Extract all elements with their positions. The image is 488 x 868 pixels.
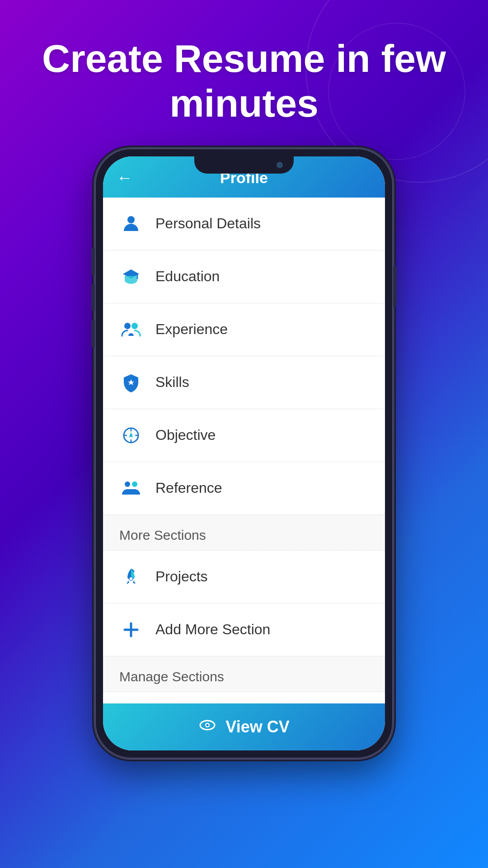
menu-item-rearrange-edit[interactable]: Rearrange / Edit Headings xyxy=(103,692,385,703)
eye-icon xyxy=(198,716,216,738)
phone-notch xyxy=(194,156,294,174)
menu-item-skills[interactable]: Skills xyxy=(103,356,385,409)
experience-label: Experience xyxy=(155,321,228,338)
menu-item-objective[interactable]: Objective xyxy=(103,409,385,462)
camera xyxy=(277,162,283,168)
silent-button xyxy=(91,320,95,347)
objective-label: Objective xyxy=(155,427,216,443)
skills-label: Skills xyxy=(155,374,189,391)
svg-point-11 xyxy=(132,481,137,487)
manage-sections-header: Manage Sections xyxy=(103,656,385,692)
menu-item-projects[interactable]: Projects xyxy=(103,551,385,604)
menu-list: Personal Details Education xyxy=(103,198,385,703)
hero-section: Create Resume in few minutes xyxy=(0,36,488,126)
education-icon xyxy=(119,265,143,288)
more-sections-header: More Sections xyxy=(103,515,385,551)
plus-icon xyxy=(119,618,143,642)
experience-icon xyxy=(119,318,143,341)
menu-item-reference[interactable]: Reference xyxy=(103,462,385,515)
rocket-icon xyxy=(119,565,143,589)
menu-item-personal-details[interactable]: Personal Details xyxy=(103,198,385,250)
svg-point-2 xyxy=(131,323,138,329)
person-icon xyxy=(119,212,143,236)
hero-title: Create Resume in few minutes xyxy=(0,36,488,126)
phone-screen: ← Profile Personal Details xyxy=(103,156,385,750)
svg-point-12 xyxy=(129,577,133,580)
menu-item-experience[interactable]: Experience xyxy=(103,303,385,356)
svg-point-0 xyxy=(127,216,135,223)
education-label: Education xyxy=(155,268,220,285)
view-cv-bar[interactable]: View CV xyxy=(103,703,385,750)
menu-item-education[interactable]: Education xyxy=(103,250,385,303)
shield-star-icon xyxy=(119,371,143,394)
phone-frame: ← Profile Personal Details xyxy=(95,148,393,759)
reference-icon xyxy=(119,476,143,500)
view-cv-label: View CV xyxy=(225,717,289,736)
reference-label: Reference xyxy=(155,480,222,496)
svg-point-20 xyxy=(206,724,209,726)
volume-up-button xyxy=(91,248,95,275)
projects-label: Projects xyxy=(155,568,208,585)
back-button[interactable]: ← xyxy=(117,168,133,187)
volume-down-button xyxy=(91,284,95,311)
personal-details-label: Personal Details xyxy=(155,215,261,232)
add-more-section-label: Add More Section xyxy=(155,621,270,638)
compass-icon xyxy=(119,424,143,447)
menu-item-add-more-section[interactable]: Add More Section xyxy=(103,604,385,656)
power-button xyxy=(393,266,397,307)
svg-point-10 xyxy=(125,481,130,487)
svg-point-1 xyxy=(124,323,131,329)
